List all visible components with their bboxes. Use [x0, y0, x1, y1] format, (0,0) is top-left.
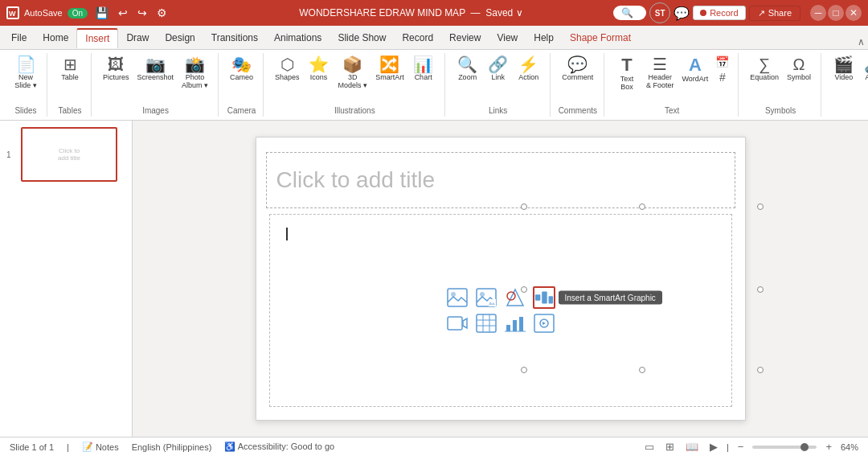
tab-shapeformat[interactable]: Shape Format	[562, 29, 639, 47]
tab-slideshow[interactable]: Slide Show	[330, 29, 394, 47]
tab-help[interactable]: Help	[526, 29, 562, 47]
close-button[interactable]: ✕	[845, 5, 862, 21]
tab-view[interactable]: View	[489, 29, 526, 47]
header-footer-button[interactable]: ☰ Header& Footer	[643, 55, 678, 91]
cameo-button[interactable]: 🎭 Cameo	[227, 55, 256, 83]
screenshot-icon: 📷	[145, 56, 166, 72]
handle-top-right[interactable]	[757, 203, 764, 210]
content-icons-row1: Insert a SmartArt Graphic	[446, 286, 555, 309]
smartart-tooltip: Insert a SmartArt Graphic	[559, 291, 662, 305]
insert-table-icon[interactable]	[475, 312, 497, 335]
wordart-button[interactable]: A WordArt	[679, 55, 712, 84]
video-button[interactable]: 🎬 Video	[829, 55, 858, 83]
link-button[interactable]: 🔗 Link	[484, 55, 513, 83]
search-bar[interactable]: 🔍	[613, 6, 646, 20]
tables-group-label: Tables	[59, 106, 82, 115]
comment-button[interactable]: 💬 Comment	[559, 55, 596, 83]
redo-button[interactable]: ↪	[135, 5, 149, 21]
smartart-button[interactable]: 🔀 SmartArt	[372, 55, 407, 83]
symbol-label: Symbol	[787, 73, 811, 81]
title-bar-center: WONDERSHARE EDRAW MIND MAP — Saved ∨	[209, 7, 613, 18]
zoom-in-button[interactable]: +	[823, 440, 834, 454]
ribbon-group-illustrations: ⬡ Shapes ⭐ Icons 📦 3DModels ▾ 🔀 SmartArt…	[265, 53, 445, 117]
tab-file[interactable]: File	[3, 29, 35, 47]
insert-shapes-icon[interactable]	[504, 286, 526, 309]
link-icon: 🔗	[488, 56, 508, 72]
insert-stock-image-icon[interactable]	[475, 286, 497, 309]
share-button[interactable]: ↗ Share	[749, 6, 800, 21]
notes-button[interactable]: 📝 Notes	[82, 442, 119, 452]
tab-design[interactable]: Design	[157, 29, 203, 47]
insert-media-icon[interactable]	[533, 312, 555, 335]
undo-button[interactable]: ↩	[116, 5, 130, 21]
zoom-slider[interactable]	[752, 446, 817, 449]
wordart-icon: A	[689, 56, 702, 74]
customize-button[interactable]: ⚙	[154, 5, 170, 21]
insert-chart-icon[interactable]	[504, 312, 526, 335]
zoom-thumb[interactable]	[800, 443, 809, 451]
photo-album-label: PhotoAlbum ▾	[182, 73, 208, 89]
insert-picture-icon[interactable]	[446, 286, 469, 309]
handle-mid-right[interactable]	[757, 286, 764, 293]
new-slide-button[interactable]: 📄 NewSlide ▾	[11, 55, 40, 91]
maximize-button[interactable]: □	[828, 5, 844, 21]
shapes-button[interactable]: ⬡ Shapes	[272, 55, 303, 83]
record-label: Record	[710, 8, 738, 18]
table-button[interactable]: ⊞ Table	[55, 55, 84, 83]
handle-top-mid[interactable]	[639, 203, 645, 210]
date-time-button[interactable]: 📅	[713, 55, 731, 69]
insert-smartart-icon[interactable]: Insert a SmartArt Graphic	[533, 286, 555, 309]
slide-thumbnail-1[interactable]: 1 Click toadd title	[6, 127, 125, 182]
app-title: WONDERSHARE EDRAW MIND MAP	[299, 7, 465, 18]
handle-bottom-right[interactable]	[757, 367, 764, 373]
tab-home[interactable]: Home	[35, 29, 76, 47]
action-icon: ⚡	[518, 56, 538, 72]
equation-button[interactable]: ∑ Equation	[747, 55, 782, 83]
slide-sorter-button[interactable]: ⊞	[663, 440, 677, 454]
minimize-button[interactable]: ─	[810, 5, 826, 21]
slide-title-area[interactable]: Click to add title	[266, 152, 735, 208]
smartart-icon: 🔀	[379, 56, 399, 72]
tab-draw[interactable]: Draw	[118, 29, 157, 47]
comment-label: Comment	[562, 73, 593, 81]
screenshot-button[interactable]: 📷 Screenshot	[134, 55, 178, 83]
illustrations-group-label: Illustrations	[334, 106, 375, 115]
handle-top-left[interactable]	[521, 203, 527, 210]
comments-button[interactable]: 💬	[674, 6, 690, 21]
3d-models-button[interactable]: 📦 3DModels ▾	[335, 55, 371, 91]
audio-button[interactable]: 🔊 Audio	[860, 55, 868, 83]
photo-album-button[interactable]: 📸 PhotoAlbum ▾	[178, 55, 211, 91]
tab-insert[interactable]: Insert	[76, 28, 118, 48]
zoom-out-button[interactable]: −	[735, 440, 747, 454]
svg-rect-14	[477, 314, 496, 332]
slide-info: Slide 1 of 1	[10, 442, 54, 452]
zoom-button[interactable]: 🔍 Zoom	[453, 55, 482, 83]
text-cursor	[286, 228, 288, 240]
icons-button[interactable]: ⭐ Icons	[305, 55, 334, 83]
symbol-button[interactable]: Ω Symbol	[784, 55, 814, 83]
chart-button[interactable]: 📊 Chart	[409, 55, 438, 83]
pictures-button[interactable]: 🖼 Pictures	[100, 55, 133, 83]
svg-rect-19	[506, 325, 510, 331]
action-button[interactable]: ⚡ Action	[514, 55, 543, 83]
textbox-button[interactable]: T TextBox	[612, 55, 641, 92]
tab-animations[interactable]: Animations	[266, 29, 330, 47]
save-button[interactable]: 💾	[92, 5, 111, 21]
slide-preview[interactable]: Click toadd title	[21, 127, 117, 182]
table-label: Table	[61, 73, 79, 81]
slideshow-view-button[interactable]: ▶	[707, 440, 720, 454]
autosave-toggle[interactable]: On	[68, 8, 88, 18]
slide-content-area[interactable]: Insert a SmartArt Graphic	[269, 214, 732, 407]
tab-record[interactable]: Record	[394, 29, 441, 47]
tab-transitions[interactable]: Transitions	[203, 29, 266, 47]
zoom-icon: 🔍	[457, 56, 477, 72]
canvas-area[interactable]: Click to add title	[133, 121, 868, 437]
record-button[interactable]: Record	[693, 6, 745, 20]
insert-video-icon[interactable]	[446, 312, 469, 335]
normal-view-button[interactable]: ▭	[642, 440, 657, 454]
symbols-group-label: Symbols	[765, 106, 796, 115]
reading-view-button[interactable]: 📖	[683, 440, 701, 454]
tab-review[interactable]: Review	[441, 29, 489, 47]
ribbon-expand-button[interactable]: ∧	[858, 36, 865, 47]
slide-number-button[interactable]: #	[713, 70, 731, 84]
